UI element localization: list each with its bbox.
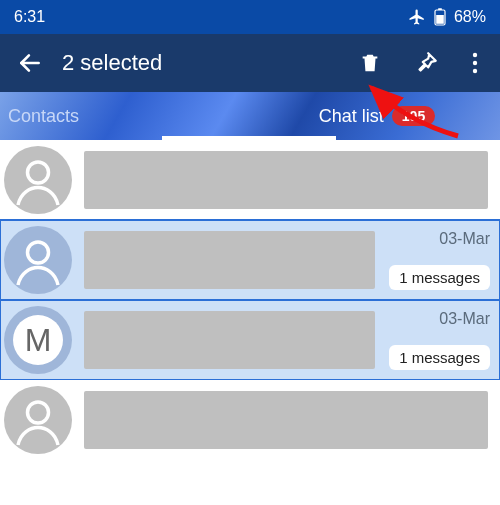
more-vert-icon <box>472 52 478 74</box>
avatar <box>4 386 72 454</box>
chatlist-badge: 105 <box>392 106 435 126</box>
tab-contacts[interactable]: Contacts <box>0 92 254 140</box>
chat-preview <box>84 151 488 209</box>
chat-meta: 03-Mar 1 messages <box>387 228 492 292</box>
tab-contacts-label: Contacts <box>8 106 79 127</box>
chat-date: 03-Mar <box>439 230 490 248</box>
selection-title: 2 selected <box>62 50 336 76</box>
chat-preview <box>84 231 375 289</box>
chat-count: 1 messages <box>389 345 490 370</box>
selection-toolbar: 2 selected <box>0 34 500 92</box>
svg-point-6 <box>473 69 477 73</box>
person-icon <box>8 150 68 210</box>
overflow-button[interactable] <box>460 43 490 83</box>
person-icon <box>8 390 68 450</box>
avatar <box>4 146 72 214</box>
svg-point-4 <box>473 53 477 57</box>
svg-rect-1 <box>438 8 442 10</box>
chat-preview <box>84 391 488 449</box>
airplane-mode-icon <box>408 8 426 26</box>
battery-icon <box>434 8 446 26</box>
chat-row[interactable]: 03-Mar 1 messages <box>0 220 500 300</box>
battery-pct: 68% <box>454 8 486 26</box>
chat-row[interactable] <box>0 140 500 220</box>
pin-icon <box>413 50 439 76</box>
svg-rect-2 <box>436 15 444 24</box>
status-bar: 6:31 68% <box>0 0 500 34</box>
chat-date: 03-Mar <box>439 310 490 328</box>
delete-button[interactable] <box>348 43 392 83</box>
status-time: 6:31 <box>14 8 45 26</box>
avatar-letter: M <box>13 315 63 365</box>
chat-meta: 03-Mar 1 messages <box>387 308 492 372</box>
chat-preview <box>84 311 375 369</box>
pin-button[interactable] <box>404 43 448 83</box>
status-right: 68% <box>408 8 486 26</box>
tab-chatlist-label: Chat list <box>319 106 384 127</box>
avatar: M <box>4 306 72 374</box>
trash-icon <box>359 51 381 75</box>
tabs: Contacts Chat list 105 <box>0 92 500 140</box>
tab-chatlist[interactable]: Chat list 105 <box>254 92 500 140</box>
avatar <box>4 226 72 294</box>
svg-point-9 <box>28 402 49 423</box>
person-icon <box>8 230 68 290</box>
chat-count: 1 messages <box>389 265 490 290</box>
arrow-left-icon <box>17 50 43 76</box>
chat-list: 03-Mar 1 messages M 03-Mar 1 messages <box>0 140 500 460</box>
chat-row[interactable]: M 03-Mar 1 messages <box>0 300 500 380</box>
back-button[interactable] <box>10 43 50 83</box>
svg-point-8 <box>28 242 49 263</box>
svg-point-5 <box>473 61 477 65</box>
svg-point-7 <box>28 162 49 183</box>
chat-row[interactable] <box>0 380 500 460</box>
